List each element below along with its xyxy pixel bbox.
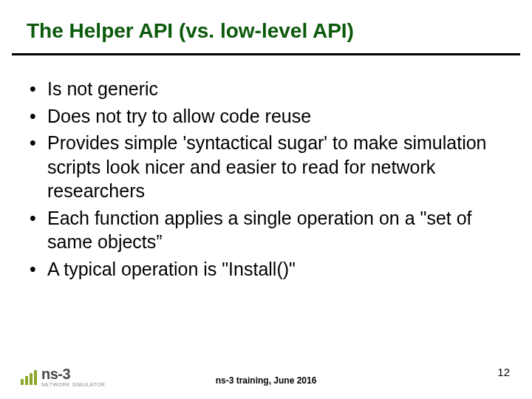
slide-title: The Helper API (vs. low-level API) xyxy=(27,19,354,50)
list-item: Provides simple 'syntactical sugar' to m… xyxy=(28,131,507,203)
bullet-text: Each function applies a single operation… xyxy=(47,208,472,253)
bullet-text: Does not try to allow code reuse xyxy=(47,106,311,126)
list-item: Is not generic xyxy=(28,77,507,101)
slide: The Helper API (vs. low-level API) Is no… xyxy=(0,0,532,399)
page-number: 12 xyxy=(497,366,510,378)
slide-body: Is not generic Does not try to allow cod… xyxy=(28,77,507,284)
list-item: A typical operation is "Install()" xyxy=(28,257,507,282)
list-item: Each function applies a single operation… xyxy=(28,206,507,254)
list-item: Does not try to allow code reuse xyxy=(28,104,507,129)
title-underline xyxy=(12,53,520,55)
bullet-text: A typical operation is "Install()" xyxy=(47,259,296,279)
bullet-list: Is not generic Does not try to allow cod… xyxy=(28,77,507,281)
footer-text: ns-3 training, June 2016 xyxy=(0,375,532,386)
bullet-text: Provides simple 'syntactical sugar' to m… xyxy=(47,132,487,201)
bullet-text: Is not generic xyxy=(47,78,158,99)
